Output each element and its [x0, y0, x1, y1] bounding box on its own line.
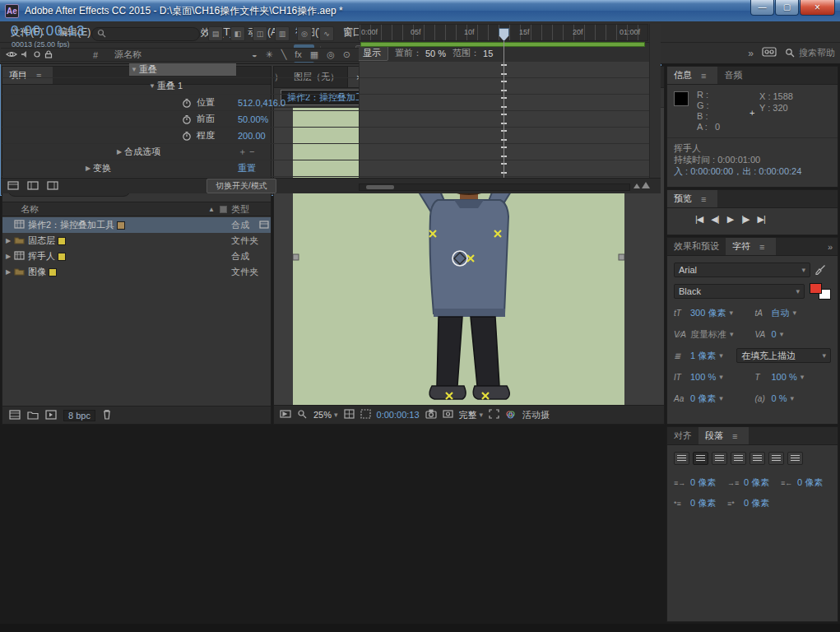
toolbar-overflow-icon[interactable]: »	[748, 48, 754, 59]
expand-transfer-icon[interactable]	[27, 181, 39, 192]
play-button[interactable]: ▶	[727, 214, 733, 225]
vertical-scale-field[interactable]: IT 100 % ▾	[674, 372, 750, 382]
align-left-button[interactable]	[674, 452, 689, 465]
audio-icon[interactable]	[21, 50, 30, 60]
tab-info[interactable]: 信息 ≡	[667, 67, 717, 84]
indent-right-field[interactable]: ≡← 0 像素	[781, 476, 831, 489]
zoom-select[interactable]: 25% ▾	[313, 410, 338, 420]
interpret-footage-icon[interactable]	[9, 408, 21, 423]
baseline-shift-field[interactable]: Aa 0 像素 ▾	[674, 393, 750, 405]
tab-character[interactable]: 字符 ≡	[726, 238, 776, 255]
previous-frame-button[interactable]: ◀|	[711, 214, 718, 225]
channels-icon[interactable]	[505, 409, 517, 421]
composition-mini-flowchart-icon[interactable]: ▤	[208, 26, 223, 41]
frame-blend-switch-icon[interactable]: ╲	[281, 49, 287, 60]
sort-asc-icon[interactable]: ▲	[208, 206, 215, 213]
tab-paragraph[interactable]: 段落 ≡	[698, 427, 749, 444]
property-value[interactable]: 200.00	[238, 131, 266, 141]
expand-layers-icon[interactable]	[7, 181, 19, 192]
twirl-icon[interactable]: ▼	[147, 82, 157, 90]
property-row[interactable]: 程度 200.00	[1, 128, 649, 144]
maximize-button[interactable]: ▢	[775, 0, 799, 16]
fill-stroke-swatches[interactable]	[810, 283, 831, 300]
tab-effects-presets[interactable]: 效果和预设	[667, 238, 726, 255]
justify-last-left-button[interactable]	[731, 452, 746, 465]
stopwatch-icon[interactable]	[182, 98, 192, 108]
label-color-chip[interactable]	[117, 221, 125, 230]
twirl-icon[interactable]: ▶	[2, 237, 14, 244]
property-row[interactable]: 前面 50.00%	[1, 111, 649, 128]
tab-overflow-icon[interactable]: »	[823, 238, 838, 255]
property-group-row[interactable]: ▼ 重叠	[1, 62, 649, 78]
twirl-icon[interactable]: ▼	[129, 66, 139, 73]
graph-editor-icon[interactable]: ∿	[319, 26, 334, 41]
project-row[interactable]: ▶ 挥手人 合成	[2, 249, 271, 264]
next-frame-button[interactable]: |▶	[741, 214, 749, 225]
bit-depth-button[interactable]: 8 bpc	[63, 410, 95, 421]
label-color-chip[interactable]	[49, 268, 57, 276]
timeline-horizontal-scrollbar[interactable]	[359, 184, 630, 191]
expand-inout-icon[interactable]	[47, 181, 58, 192]
timeline-search-input[interactable]	[91, 27, 200, 41]
active-camera-select[interactable]: 活动摄	[522, 409, 550, 421]
twirl-icon[interactable]: ▶	[2, 253, 14, 260]
tsume-field[interactable]: (a) 0 % ▾	[755, 393, 832, 403]
source-name-column[interactable]: 源名称	[114, 49, 142, 61]
motion-blur-icon[interactable]: ◎	[297, 26, 312, 41]
property-group-row[interactable]: ▶ 变换 重置	[1, 160, 649, 177]
twirl-icon[interactable]: ▶	[114, 148, 124, 156]
work-area-bar[interactable]	[360, 42, 645, 47]
resolution-select[interactable]: 完整 ▾	[459, 409, 484, 421]
region-of-interest-icon[interactable]	[489, 409, 499, 421]
mode-switch-icon[interactable]: ▦	[310, 49, 318, 60]
font-size-field[interactable]: tT 300 像素 ▾	[674, 307, 750, 319]
last-frame-button[interactable]: ▶|	[757, 214, 764, 225]
show-snapshot-icon[interactable]	[443, 409, 453, 421]
threed-switch-icon[interactable]: ⊙	[343, 49, 350, 60]
indent-left-field[interactable]: ≡→ 0 像素	[674, 476, 724, 489]
horizontal-scale-field[interactable]: T 100 % ▾	[755, 372, 832, 382]
space-before-field[interactable]: *≡ 0 像素	[674, 497, 724, 509]
toggle-switches-modes-button[interactable]: 切换开关/模式	[207, 179, 276, 193]
twirl-icon[interactable]: ▶	[83, 165, 93, 172]
label-column-icon[interactable]	[220, 206, 227, 213]
project-row[interactable]: ▶ 图像 文件夹	[2, 264, 271, 280]
twirl-icon[interactable]: ▶	[2, 268, 14, 276]
align-right-button[interactable]	[712, 452, 727, 465]
column-name[interactable]: 名称	[21, 203, 39, 216]
tab-audio[interactable]: 音频	[717, 67, 749, 84]
composition-options-buttons[interactable]: ＋ −	[238, 146, 254, 158]
justify-last-center-button[interactable]	[750, 452, 765, 465]
tab-preview[interactable]: 预览 ≡	[667, 190, 717, 207]
panel-menu-icon[interactable]: ≡	[754, 242, 769, 252]
snapshot-camera-icon[interactable]	[425, 409, 437, 421]
panel-menu-icon[interactable]: ≡	[696, 71, 711, 81]
stroke-width-field[interactable]: ≣ 1 像素 ▾	[674, 350, 731, 362]
property-value[interactable]: 512.0,416.0	[238, 98, 285, 108]
font-style-select[interactable]: Black ▾	[674, 284, 805, 299]
stopwatch-icon[interactable]	[182, 131, 192, 141]
label-color-chip[interactable]	[58, 237, 66, 245]
panel-menu-icon[interactable]: ≡	[727, 431, 742, 441]
label-color-chip[interactable]	[58, 253, 66, 261]
stroke-style-select[interactable]: 在填充上描边 ▾	[736, 348, 831, 363]
comp-edge-handle[interactable]	[293, 254, 299, 260]
justify-last-right-button[interactable]	[768, 452, 784, 465]
tracking-field[interactable]: VA 0 ▾	[755, 329, 832, 339]
property-group-row[interactable]: ▼ 重叠 1	[1, 78, 649, 95]
grid-guides-icon[interactable]	[344, 409, 355, 421]
current-time-display[interactable]: 0:00:00:13	[377, 410, 420, 420]
hide-shy-icon[interactable]: ◫	[253, 26, 267, 41]
property-value[interactable]: 50.00%	[238, 114, 268, 124]
space-after-field[interactable]: ≡* 0 像素	[727, 497, 777, 509]
timeline-current-time[interactable]: 0:00:00:13	[11, 23, 85, 40]
lock-icon[interactable]	[44, 50, 53, 60]
reset-link[interactable]: 重置	[238, 162, 256, 174]
property-row[interactable]: 位置 512.0,416.0	[1, 95, 649, 111]
comp-edge-handle[interactable]	[619, 254, 624, 260]
solo-icon[interactable]	[33, 50, 41, 60]
workspace-icon[interactable]	[762, 46, 777, 61]
always-preview-icon[interactable]	[280, 409, 291, 421]
motion-blur-switch-icon[interactable]: ◎	[327, 49, 335, 60]
stopwatch-icon[interactable]	[182, 114, 192, 124]
